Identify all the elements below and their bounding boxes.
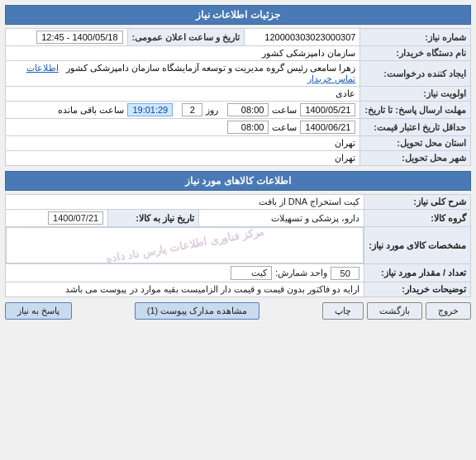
unit-value: کیت [231,266,272,280]
specs-label: مشخصات کالای مورد نیاز: [364,227,471,264]
page-wrapper: جزئیات اطلاعات نیاز شماره نیاز: 12000030… [0,0,476,460]
notes-value: ارایه دو فاکتور بدون قیمت و قیمت دار الز… [6,282,364,297]
goods-group-value: دارو، پزشکی و تسهیلات [199,210,364,227]
goods-group-label: گروه کالا: [364,210,471,227]
announce-date-label: تاریخ و ساعت اعلان عمومی: [127,29,245,46]
priority-label: اولویت نیاز: [360,87,471,102]
footer-left: خروج بازگشت چاپ [322,302,471,320]
back-button[interactable]: بازگشت [367,302,422,320]
table-row: مهلت ارسال پاسخ: تا تاریخ: 1400/05/21 سا… [6,102,471,119]
deadline-time-label: ساعت [272,105,297,116]
table-row: ایجاد کننده درخواست: زهرا سامعی رئیس گرو… [6,61,471,87]
city-label: شهر محل تحویل: [360,151,471,166]
validity-time: 08:00 [227,121,269,134]
need-date-value: 1400/07/21 [6,210,108,227]
validity-date: 1400/06/21 [300,121,355,134]
creator-value: زهرا سامعی رئیس گروه مدیریت و توسعه آزما… [6,61,360,87]
validity-value: 1400/06/21 ساعت 08:00 [6,119,360,136]
need-date-label: تاریخ نیاز به کالا: [108,210,199,227]
remaining-time: 19:01:29 [127,103,173,116]
goods-section-header: اطلاعات کالاهای مورد نیاز [5,171,471,191]
table-row: اولویت نیاز: عادی [6,87,471,102]
city-value: تهران [6,151,360,166]
validity-time-label: ساعت [272,122,297,133]
reply-button[interactable]: پاسخ به نیاز [5,302,72,320]
table-row: تعداد / مقدار مورد نیاز: 50 واحد شمارش: … [6,264,471,282]
table-row: حداقل تاریخ اعتبار قیمت: 1400/06/21 ساعت… [6,119,471,136]
desc-value: کیت استخراج DNA از بافت [6,195,364,210]
footer-right: پاسخ به نیاز [5,302,72,320]
table-row: نام دستگاه خریدار: سازمان دامپزشکی کشور [6,46,471,61]
specs-area: مرکز فناوری اطلاعات پارس ناد داده [6,227,364,263]
deadline-time: 08:00 [227,103,269,116]
page-title: جزئیات اطلاعات نیاز [196,9,280,21]
announce-date-value: 1400/05/18 - 12:45 [6,29,128,46]
priority-value: عادی [6,87,360,102]
watermark-text: مرکز فناوری اطلاعات پارس ناد داده [105,225,265,265]
print-button[interactable]: چاپ [322,302,364,320]
serial-value: 120000303023000307 [245,29,360,46]
deadline-date: 1400/05/21 [300,103,355,116]
table-row: گروه کالا: دارو، پزشکی و تسهیلات تاریخ ن… [6,210,471,227]
days-label: روز [206,105,218,116]
creator-label: ایجاد کننده درخواست: [360,61,471,87]
info-table: شماره نیاز: 120000303023000307 تاریخ و س… [5,28,471,166]
footer-center: مشاهده مدارک پیوست (1) [75,302,319,320]
main-section-header: جزئیات اطلاعات نیاز [5,5,471,25]
province-label: استان محل تحویل: [360,136,471,151]
deadline-value: 1400/05/21 ساعت 08:00 روز 2 19:01:29 ساع… [6,102,360,119]
unit-label: واحد شمارش: [275,268,327,278]
buyer-value: سازمان دامپزشکی کشور [6,46,360,61]
notes-label: توضیحات خریدار: [364,282,471,297]
footer-bar: خروج بازگشت چاپ مشاهده مدارک پیوست (1) پ… [5,302,471,320]
province-value: تهران [6,136,360,151]
validity-label: حداقل تاریخ اعتبار قیمت: [360,119,471,136]
table-row: مشخصات کالای مورد نیاز: مرکز فناوری اطلا… [6,227,471,264]
view-attachments-button[interactable]: مشاهده مدارک پیوست (1) [135,302,260,320]
table-row: شرح کلی نیاز: کیت استخراج DNA از بافت [6,195,471,210]
table-row: شهر محل تحویل: تهران [6,151,471,166]
buyer-label: نام دستگاه خریدار: [360,46,471,61]
desc-label: شرح کلی نیاز: [364,195,471,210]
quantity-number: 50 [331,267,359,280]
serial-label: شماره نیاز: [360,29,471,46]
days-value: 2 [182,103,202,116]
remaining-label: ساعت باقی مانده [58,105,124,116]
table-row: استان محل تحویل: تهران [6,136,471,151]
table-row: توضیحات خریدار: ارایه دو فاکتور بدون قیم… [6,282,471,297]
quantity-label: تعداد / مقدار مورد نیاز: [364,264,471,282]
exit-button[interactable]: خروج [426,302,471,320]
quantity-value: 50 واحد شمارش: کیت [6,264,364,282]
deadline-label: مهلت ارسال پاسخ: تا تاریخ: [360,102,471,119]
goods-header-title: اطلاعات کالاهای مورد نیاز [185,175,291,187]
goods-table: شرح کلی نیاز: کیت استخراج DNA از بافت گر… [5,194,471,297]
table-row: شماره نیاز: 120000303023000307 تاریخ و س… [6,29,471,46]
specs-value: مرکز فناوری اطلاعات پارس ناد داده [6,227,364,264]
